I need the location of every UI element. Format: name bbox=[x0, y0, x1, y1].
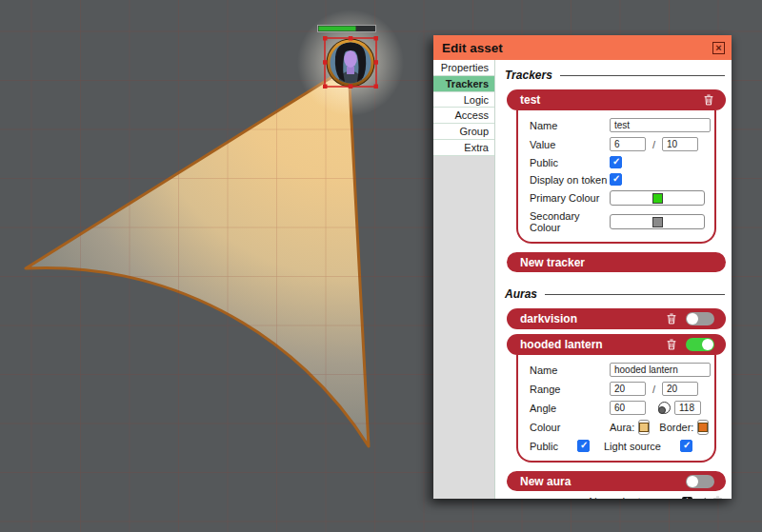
light-source-checkbox[interactable] bbox=[680, 440, 692, 452]
border-colour-swatch bbox=[698, 423, 708, 432]
tracker-card-header[interactable]: test bbox=[507, 89, 726, 110]
tracker-max-input[interactable] bbox=[662, 137, 698, 151]
aura-direction-input[interactable] bbox=[674, 401, 701, 415]
value-row: Value / bbox=[530, 137, 705, 151]
tab-logic[interactable]: Logic bbox=[433, 92, 494, 108]
aura-colour-swatch bbox=[639, 423, 649, 432]
trackers-heading-text: Trackers bbox=[505, 69, 552, 82]
border-colour-button[interactable] bbox=[697, 420, 709, 435]
primary-colour-label: Primary Colour bbox=[530, 192, 610, 204]
aura-card-body: Name Range / Angle bbox=[516, 355, 716, 463]
aura-name-input[interactable] bbox=[610, 363, 711, 377]
aura-hooded-lantern-header[interactable]: hooded lantern bbox=[507, 334, 726, 355]
range-separator: / bbox=[652, 384, 655, 395]
name-row: Name bbox=[530, 118, 705, 132]
secondary-colour-button[interactable] bbox=[610, 214, 705, 229]
heading-rule bbox=[545, 294, 725, 295]
public-label: Public bbox=[530, 157, 610, 168]
tab-properties[interactable]: Properties bbox=[433, 60, 494, 76]
name-label: Name bbox=[530, 120, 610, 131]
display-on-token-label: Display on token bbox=[530, 174, 610, 186]
tracker-name-input[interactable] bbox=[610, 118, 711, 132]
delete-variant-icon[interactable] bbox=[712, 496, 723, 499]
trash-icon[interactable] bbox=[703, 94, 714, 106]
primary-colour-swatch bbox=[652, 193, 663, 204]
auras-section-heading: Auras bbox=[505, 287, 725, 301]
secondary-colour-swatch bbox=[652, 217, 663, 227]
next-variant-chevron[interactable]: › bbox=[656, 495, 660, 499]
aura-title: darkvision bbox=[520, 312, 666, 325]
public-row: Public bbox=[530, 156, 705, 168]
tab-extra[interactable]: Extra bbox=[433, 140, 494, 156]
dialog-body: Properties Trackers Logic Access Group E… bbox=[433, 60, 732, 499]
tab-group[interactable]: Group bbox=[433, 124, 494, 140]
add-variant-icon[interactable]: + bbox=[682, 497, 692, 500]
dialog-content: Trackers test Name bbox=[495, 60, 732, 499]
tracker-title: test bbox=[520, 93, 703, 107]
aura-enabled-toggle[interactable] bbox=[686, 338, 714, 351]
tab-column: Properties Trackers Logic Access Group E… bbox=[433, 60, 495, 499]
display-on-token-row: Display on token bbox=[530, 173, 705, 186]
new-aura-label: New aura bbox=[520, 475, 686, 488]
auras-heading-text: Auras bbox=[505, 287, 537, 301]
aura-title: hooded lantern bbox=[520, 338, 666, 351]
edit-asset-dialog: Edit asset × Properties Trackers Logic A… bbox=[433, 35, 732, 499]
aura-public-checkbox[interactable] bbox=[577, 440, 590, 452]
aura-darkvision-header[interactable]: darkvision bbox=[507, 308, 726, 329]
variant-bar: ‹ No variant › + bbox=[501, 491, 729, 499]
angle-row: Angle bbox=[530, 401, 705, 415]
border-colour-label: Border: bbox=[659, 422, 693, 433]
character-token[interactable] bbox=[327, 39, 375, 88]
trash-icon[interactable] bbox=[666, 339, 677, 350]
aura-colour-button[interactable] bbox=[638, 420, 650, 435]
light-source-label: Light source bbox=[604, 441, 661, 452]
new-aura-toggle[interactable] bbox=[686, 475, 714, 488]
range-label: Range bbox=[530, 384, 610, 395]
aura-range-input[interactable] bbox=[610, 382, 646, 396]
aura-range-max-input[interactable] bbox=[662, 382, 698, 396]
new-aura-button[interactable]: New aura bbox=[507, 471, 726, 491]
trash-icon[interactable] bbox=[666, 313, 677, 325]
new-tracker-button[interactable]: New tracker bbox=[507, 252, 726, 272]
aura-enabled-toggle[interactable] bbox=[686, 312, 714, 325]
edit-variant-icon[interactable] bbox=[696, 496, 708, 499]
variant-label: No variant bbox=[589, 496, 641, 500]
public-label: Public bbox=[530, 441, 577, 452]
angle-label: Angle bbox=[530, 403, 610, 414]
primary-colour-button[interactable] bbox=[610, 190, 705, 206]
trackers-section-heading: Trackers bbox=[505, 69, 725, 82]
tab-access[interactable]: Access bbox=[433, 108, 494, 124]
new-tracker-label: New tracker bbox=[520, 256, 714, 269]
variant-icons: + bbox=[682, 496, 723, 499]
prev-variant-chevron[interactable]: ‹ bbox=[570, 495, 573, 499]
public-checkbox[interactable] bbox=[610, 156, 622, 168]
range-row: Range / bbox=[530, 382, 705, 396]
value-label: Value bbox=[530, 139, 610, 150]
tracker-card-body: Name Value / Public Display on tok bbox=[516, 110, 716, 244]
colour-label: Colour bbox=[530, 422, 610, 433]
token-health-bar bbox=[318, 26, 376, 32]
token-portrait bbox=[335, 42, 366, 86]
value-separator: / bbox=[652, 139, 655, 150]
tab-trackers[interactable]: Trackers bbox=[433, 76, 494, 92]
public-light-row: Public Light source bbox=[530, 440, 705, 452]
dialog-title: Edit asset bbox=[442, 41, 503, 55]
tab-column-filler bbox=[433, 156, 494, 499]
colour-row: Colour Aura: Border: bbox=[530, 420, 705, 435]
aura-angle-input[interactable] bbox=[610, 401, 646, 415]
secondary-colour-row: Secondary Colour bbox=[530, 210, 705, 233]
aura-colour-label: Aura: bbox=[610, 422, 634, 433]
secondary-colour-label: Secondary Colour bbox=[530, 210, 610, 233]
health-bar-fill bbox=[319, 27, 356, 31]
close-icon[interactable]: × bbox=[712, 42, 725, 54]
app-stage: Edit asset × Properties Trackers Logic A… bbox=[0, 0, 762, 532]
dialog-header[interactable]: Edit asset × bbox=[433, 35, 732, 60]
tracker-value-input[interactable] bbox=[610, 137, 646, 151]
direction-dial[interactable] bbox=[658, 402, 671, 414]
heading-rule bbox=[560, 75, 725, 76]
name-label: Name bbox=[530, 365, 610, 376]
primary-colour-row: Primary Colour bbox=[530, 190, 705, 206]
name-row: Name bbox=[530, 363, 705, 377]
display-on-token-checkbox[interactable] bbox=[610, 173, 622, 186]
